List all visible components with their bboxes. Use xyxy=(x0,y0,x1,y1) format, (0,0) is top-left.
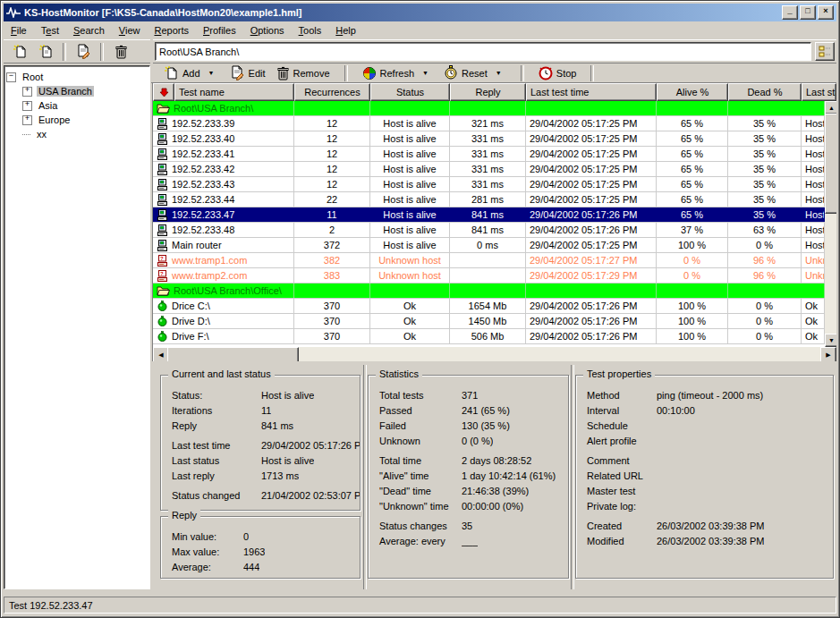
horizontal-scroll-thumb[interactable] xyxy=(167,347,299,361)
new-test-button[interactable] xyxy=(8,41,31,63)
new-folder-button[interactable] xyxy=(34,41,57,63)
cell xyxy=(450,284,526,298)
cell: 29/04/2002 05:17:25 PM xyxy=(526,116,657,131)
column-header-sort[interactable] xyxy=(153,83,174,101)
menu-item-search[interactable]: Search xyxy=(66,23,112,38)
button-label: Reset xyxy=(462,68,488,79)
add-button[interactable]: Add xyxy=(158,63,206,82)
cell xyxy=(294,284,370,298)
table-row[interactable]: 192.52.233.4422Host is alive281 ms29/04/… xyxy=(153,192,825,207)
test-name: 192.52.233.44 xyxy=(172,192,234,207)
menu-item-profiles[interactable]: Profiles xyxy=(196,23,243,38)
expand-box[interactable]: + xyxy=(22,115,32,125)
column-header-alive-[interactable]: Alive % xyxy=(657,83,728,101)
menu-item-help[interactable]: Help xyxy=(328,23,363,38)
scroll-up-button[interactable]: ▲ xyxy=(825,101,836,114)
folder-row[interactable]: Root\USA Branch\Office\ xyxy=(153,284,825,299)
test-name: Drice C:\ xyxy=(172,299,210,313)
scroll-down-button[interactable]: ▼ xyxy=(825,334,836,347)
cell: Host is alive xyxy=(802,207,825,222)
cell: Host is alive xyxy=(370,147,450,161)
close-button[interactable]: × xyxy=(818,5,834,20)
cell: 35 % xyxy=(728,131,802,146)
edit-test-button[interactable] xyxy=(72,41,95,63)
menu-item-view[interactable]: View xyxy=(112,23,148,38)
expand-box[interactable]: + xyxy=(22,101,32,111)
table-row[interactable]: Drive D:\370Ok1450 Mb29/04/2002 05:17:26… xyxy=(153,314,825,329)
svg-text:?: ? xyxy=(160,256,164,261)
vertical-scroll-thumb[interactable] xyxy=(825,114,836,214)
reset-dropdown-button[interactable]: ▼ xyxy=(493,66,505,80)
column-header-last-status[interactable]: Last status xyxy=(802,83,836,101)
tree-item-xx[interactable]: xx xyxy=(35,129,48,140)
folder-row[interactable]: Root\USA Branch\ xyxy=(153,101,825,116)
horizontal-scrollbar[interactable]: ◀ ▶ xyxy=(153,347,836,361)
cell: 100 % xyxy=(657,299,728,313)
tree-item-europe[interactable]: Europe xyxy=(37,114,72,125)
column-header-recurrences[interactable]: Recurrences xyxy=(294,83,370,101)
add-dropdown-button[interactable]: ▼ xyxy=(206,66,217,80)
cell: Host is alive xyxy=(370,223,450,237)
stop-button[interactable]: Stop xyxy=(533,64,582,82)
table-row[interactable]: ?www.tramp1.com382Unknown host29/04/2002… xyxy=(153,253,825,268)
collapse-box[interactable]: − xyxy=(6,72,16,82)
edit-button[interactable]: Edit xyxy=(225,63,271,82)
cell: Host is alive xyxy=(802,116,825,131)
expand-box[interactable]: + xyxy=(22,87,32,97)
cell: 35 % xyxy=(728,116,802,131)
detail-row: Modified26/03/2002 03:39:38 PM xyxy=(576,534,833,549)
table-row[interactable]: 192.52.233.4212Host is alive331 ms29/04/… xyxy=(153,162,825,177)
column-header-test-name[interactable]: Test name xyxy=(174,83,294,101)
column-header-last-test-time[interactable]: Last test time xyxy=(526,83,657,101)
trash-icon xyxy=(276,66,290,80)
button-label: Add xyxy=(182,68,200,79)
host-dead-icon: ? xyxy=(157,270,168,282)
menu-item-file[interactable]: File xyxy=(4,23,34,38)
maximize-button[interactable]: □ xyxy=(800,5,816,20)
table-row[interactable]: 192.52.233.4012Host is alive331 ms29/04/… xyxy=(153,131,825,147)
test-name: www.tramp1.com xyxy=(172,253,247,267)
refresh-dropdown-button[interactable]: ▼ xyxy=(420,66,431,80)
cell: 0 % xyxy=(728,238,802,252)
column-label: Dead % xyxy=(747,87,782,97)
table-row[interactable]: 192.52.233.482Host is alive841 ms29/04/2… xyxy=(153,223,825,238)
reset-button[interactable]: Reset xyxy=(438,63,493,82)
table-row[interactable]: 192.52.233.4711Host is alive841 ms29/04/… xyxy=(153,207,825,223)
column-header-status[interactable]: Status xyxy=(370,83,450,101)
table-row[interactable]: 192.52.233.4312Host is alive331 ms29/04/… xyxy=(153,177,825,192)
detail-row: Reply841 ms xyxy=(161,419,360,434)
column-header-reply[interactable]: Reply xyxy=(450,83,526,101)
tree-item-root[interactable]: Root xyxy=(21,72,45,82)
table-row[interactable]: Main router372Host is alive0 ms29/04/200… xyxy=(153,238,825,253)
detail-row: "Unknown" time00:00:00 (0%) xyxy=(369,499,568,514)
menu-item-reports[interactable]: Reports xyxy=(147,23,196,38)
toolbar-separator xyxy=(63,43,66,61)
tree-view-button[interactable] xyxy=(815,42,835,61)
remove-button[interactable]: Remove xyxy=(271,64,335,82)
cell: 0 ms xyxy=(450,238,526,252)
menu-item-options[interactable]: Options xyxy=(243,23,292,38)
drive-icon xyxy=(157,316,168,327)
scroll-right-button[interactable]: ▶ xyxy=(820,347,836,361)
table-row[interactable]: Drice C:\370Ok1654 Mb29/04/2002 05:17:26… xyxy=(153,299,825,314)
detail-value: 00:00:00 (0%) xyxy=(462,499,523,514)
delete-button[interactable] xyxy=(109,41,132,63)
detail-value: 21/04/2002 02:53:07 PM xyxy=(261,488,360,504)
column-header-dead-[interactable]: Dead % xyxy=(728,83,802,101)
table-row[interactable]: ?www.tramp2.com383Unknown host29/04/2002… xyxy=(153,268,825,284)
tree-item-asia[interactable]: Asia xyxy=(37,100,59,111)
menu-item-tools[interactable]: Tools xyxy=(292,23,329,38)
folder-path-input[interactable] xyxy=(155,42,811,61)
detail-row: Alert profile xyxy=(576,434,833,449)
refresh-button[interactable]: Refresh xyxy=(357,64,420,82)
cell: Host is alive xyxy=(370,238,450,252)
menu-item-test[interactable]: Test xyxy=(34,23,66,38)
tree-item-usa-branch[interactable]: USA Branch xyxy=(37,86,94,97)
minimize-button[interactable]: _ xyxy=(782,5,798,20)
table-row[interactable]: Drive F:\370Ok506 Mb29/04/2002 05:17:26 … xyxy=(153,329,825,344)
vertical-scrollbar[interactable]: ▲ ▼ xyxy=(825,101,836,347)
table-row[interactable]: 192.52.233.3912Host is alive321 ms29/04/… xyxy=(153,116,825,131)
cell: 281 ms xyxy=(450,192,526,207)
table-row[interactable]: 192.52.233.4112Host is alive331 ms29/04/… xyxy=(153,147,825,162)
title-bar[interactable]: KS-HostMonitor [F:\KS5-Canada\HostMon20\… xyxy=(4,4,836,21)
